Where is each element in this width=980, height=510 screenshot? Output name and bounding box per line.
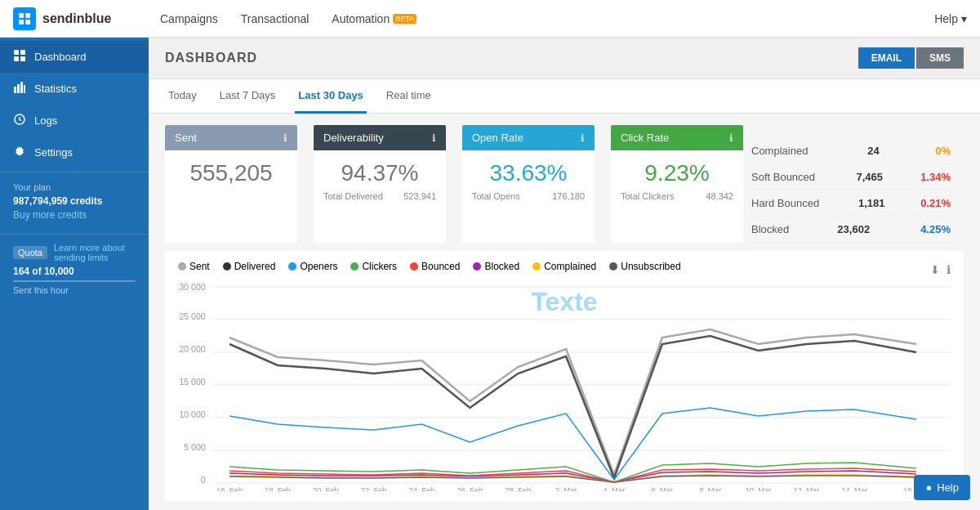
chart-legend-row: Sent Delivered Openers Clickers — [178, 261, 951, 279]
stat-card-click-header: Click Rate ℹ — [611, 125, 743, 150]
nav-campaigns[interactable]: Campaigns — [160, 12, 218, 25]
info-icon-open: ℹ — [581, 132, 585, 144]
svg-text:12. Mar: 12. Mar — [793, 486, 819, 491]
buy-credits-link[interactable]: Buy more credits — [13, 209, 87, 221]
tab-realtime[interactable]: Real time — [383, 79, 434, 114]
help-float-button[interactable]: ● Help — [914, 475, 970, 500]
legend-unsubscribed: Unsubscribed — [609, 261, 680, 272]
svg-text:24. Feb: 24. Feb — [408, 486, 434, 491]
svg-text:8. Mar: 8. Mar — [699, 486, 721, 491]
tab-last7days[interactable]: Last 7 Days — [216, 79, 279, 114]
main-layout: Dashboard Statistics Logs Settings Your … — [0, 38, 980, 510]
sidebar-item-statistics[interactable]: Statistics — [0, 73, 149, 105]
open-header-label: Open Rate — [472, 132, 523, 144]
svg-text:30 000: 30 000 — [180, 283, 206, 292]
svg-text:26. Feb: 26. Feb — [457, 486, 483, 491]
chart-actions: ⬇ ℹ — [930, 263, 951, 276]
sidebar-logs-label: Logs — [34, 114, 57, 127]
download-icon[interactable]: ⬇ — [930, 263, 940, 276]
tab-today[interactable]: Today — [165, 79, 200, 114]
stat-cards-row: Sent ℹ 555,205 Deliverability ℹ 94.37% — [165, 125, 751, 243]
chart-container: Texte 0 5 000 10 000 15 000 20 000 25 00… — [178, 279, 951, 491]
tab-last30days[interactable]: Last 30 Days — [295, 79, 367, 114]
svg-text:6. Mar: 6. Mar — [651, 486, 673, 491]
chart-svg: 0 5 000 10 000 15 000 20 000 25 000 30 0… — [178, 279, 951, 491]
deliv-sub: Total Delivered 523,941 — [323, 191, 436, 201]
sms-toggle-button[interactable]: SMS — [916, 47, 964, 69]
svg-rect-8 — [14, 87, 16, 93]
open-sub: Total Opens 176,180 — [472, 191, 585, 201]
svg-text:20 000: 20 000 — [180, 345, 206, 354]
svg-text:10 000: 10 000 — [180, 410, 206, 419]
svg-text:28. Feb: 28. Feb — [505, 486, 531, 491]
stat-card-deliverability: Deliverability ℹ 94.37% Total Delivered … — [314, 125, 446, 243]
stat-card-open-body: 33.63% Total Opens 176,180 — [462, 150, 595, 211]
svg-text:22. Feb: 22. Feb — [361, 486, 387, 491]
deliv-value: 94.37% — [323, 160, 436, 186]
sidebar-item-settings[interactable]: Settings — [0, 136, 149, 168]
help-float-label: Help — [937, 481, 959, 494]
svg-text:10. Mar: 10. Mar — [746, 486, 772, 491]
beta-badge: BETA — [393, 14, 416, 24]
settings-icon — [13, 145, 26, 159]
your-plan-label: Your plan — [13, 182, 136, 192]
legend-bounced: Bounced — [410, 261, 460, 272]
svg-text:20. Feb: 20. Feb — [313, 486, 339, 491]
nav-transactional[interactable]: Transactional — [241, 12, 310, 25]
chevron-down-icon: ▾ — [961, 12, 967, 25]
quota-badge: Quota — [13, 246, 47, 259]
right-stat-softbounced: Soft Bounced 7,465 1.34% — [751, 164, 951, 190]
logo-text: sendinblue — [42, 11, 111, 26]
sidebar: Dashboard Statistics Logs Settings Your … — [0, 38, 149, 510]
stat-card-openrate: Open Rate ℹ 33.63% Total Opens 176,180 — [462, 125, 595, 243]
email-toggle-button[interactable]: EMAIL — [858, 47, 915, 69]
tabs-row: Today Last 7 Days Last 30 Days Real time — [149, 79, 980, 114]
right-stats-panel: Complained 24 0% Soft Bounced 7,465 1.34… — [751, 125, 964, 243]
sidebar-statistics-label: Statistics — [34, 83, 77, 95]
deliv-header-label: Deliverability — [323, 132, 384, 144]
sidebar-item-logs[interactable]: Logs — [0, 105, 149, 136]
sent-this-hour-label: Sent this hour — [13, 285, 136, 295]
sidebar-item-dashboard[interactable]: Dashboard — [0, 41, 149, 73]
quota-section: Quota Learn more about sending limits 16… — [0, 234, 149, 303]
stat-card-deliv-body: 94.37% Total Delivered 523,941 — [314, 150, 446, 211]
svg-rect-4 — [14, 50, 19, 55]
logo-icon — [13, 7, 36, 30]
legend-blocked: Blocked — [473, 261, 519, 272]
svg-rect-2 — [19, 20, 24, 25]
page-title: DASHBOARD — [165, 51, 257, 65]
stat-card-open-header: Open Rate ℹ — [462, 125, 595, 150]
svg-text:18. Feb: 18. Feb — [265, 486, 291, 491]
svg-text:25 000: 25 000 — [180, 312, 206, 321]
svg-text:14. Mar: 14. Mar — [841, 486, 867, 491]
info-icon-click: ℹ — [729, 132, 733, 144]
info-icon-sent: ℹ — [283, 132, 287, 144]
svg-rect-11 — [24, 85, 25, 93]
svg-rect-6 — [14, 56, 19, 61]
svg-rect-0 — [19, 13, 24, 18]
sidebar-settings-label: Settings — [34, 146, 73, 159]
quota-link[interactable]: Learn more about sending limits — [54, 243, 136, 262]
statistics-icon — [13, 82, 26, 96]
logo: sendinblue — [13, 7, 160, 30]
chart-legend: Sent Delivered Openers Clickers — [178, 261, 681, 272]
your-plan-section: Your plan 987,794,959 credits Buy more c… — [0, 172, 149, 230]
sent-value: 555,205 — [175, 160, 287, 186]
stat-card-clickrate: Click Rate ℹ 9.23% Total Clickers 48,342 — [611, 125, 743, 243]
content-area: DASHBOARD EMAIL SMS Today Last 7 Days La… — [149, 38, 980, 510]
legend-complained: Complained — [532, 261, 596, 272]
quota-row: Quota Learn more about sending limits — [13, 243, 136, 262]
email-sms-toggle: EMAIL SMS — [858, 47, 964, 69]
top-nav: sendinblue Campaigns Transactional Autom… — [0, 0, 980, 38]
legend-sent: Sent — [178, 261, 210, 272]
nav-help[interactable]: Help ▾ — [934, 12, 967, 25]
open-value: 33.63% — [472, 160, 585, 186]
click-sub: Total Clickers 48,342 — [621, 191, 733, 201]
nav-automation[interactable]: Automation BETA — [332, 12, 416, 25]
svg-rect-10 — [20, 82, 23, 93]
svg-text:15 000: 15 000 — [180, 378, 206, 387]
info-chart-icon[interactable]: ℹ — [947, 263, 951, 276]
click-header-label: Click Rate — [621, 132, 669, 144]
svg-rect-5 — [20, 50, 25, 55]
stat-card-click-body: 9.23% Total Clickers 48,342 — [611, 150, 743, 211]
